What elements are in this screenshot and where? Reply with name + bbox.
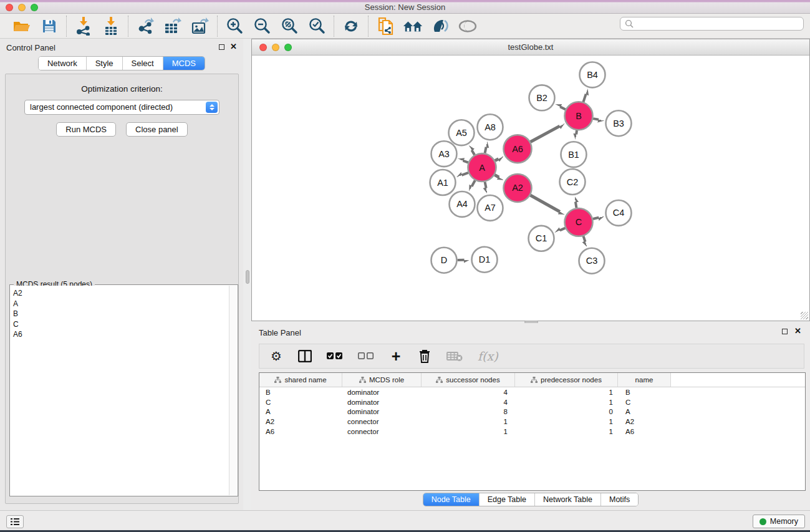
edge-B-B4[interactable]: [583, 94, 586, 102]
edge-A-A6[interactable]: [495, 159, 499, 161]
table-cell[interactable]: A: [618, 408, 671, 415]
edge-A-A4[interactable]: [471, 180, 475, 186]
network-canvas[interactable]: B4B2BB3A8A5A6A3B1AA1C2A2A4A7C4CC1DD1C3: [252, 56, 809, 321]
table-cell[interactable]: connector: [342, 418, 422, 425]
edge-C-C3[interactable]: [584, 236, 586, 242]
tab-network[interactable]: Network: [39, 57, 87, 70]
edge-A-A2[interactable]: [494, 175, 499, 177]
run-mcds-button[interactable]: Run MCDS: [56, 122, 116, 137]
table-cell[interactable]: B: [259, 389, 342, 396]
result-item[interactable]: A6: [13, 329, 228, 340]
edge-C-C1[interactable]: [560, 228, 566, 231]
node-B3[interactable]: B3: [606, 110, 632, 136]
export-table-button[interactable]: [163, 16, 183, 36]
panel-divider-grip[interactable]: [246, 270, 249, 284]
tab-select[interactable]: Select: [123, 57, 163, 70]
optimization-criterion-dropdown[interactable]: largest connected component (directed): [24, 100, 219, 115]
edge-A2-C[interactable]: [530, 195, 559, 212]
node-B4[interactable]: B4: [580, 62, 605, 87]
edge-A-A7[interactable]: [485, 182, 486, 188]
edge-A-A1[interactable]: [461, 173, 468, 175]
table-cell[interactable]: 8: [422, 408, 515, 415]
table-cell[interactable]: 4: [422, 389, 515, 396]
node-D[interactable]: D: [432, 248, 457, 273]
node-A2[interactable]: A2: [504, 174, 532, 202]
table-cell[interactable]: 1: [422, 418, 515, 425]
edge-B-B1[interactable]: [576, 130, 577, 134]
search-box[interactable]: [620, 17, 804, 31]
table-row[interactable]: A6connector11A6: [259, 427, 805, 437]
table-cell[interactable]: C: [618, 399, 671, 406]
node-A5[interactable]: A5: [449, 120, 475, 145]
edge-C-C2[interactable]: [576, 202, 576, 208]
node-A8[interactable]: A8: [478, 114, 503, 140]
delete-table-button[interactable]: [446, 349, 463, 364]
node-D1[interactable]: D1: [472, 247, 498, 273]
table-float-icon[interactable]: [782, 329, 788, 334]
column-header-predecessor-nodes[interactable]: predecessor nodes: [515, 373, 618, 387]
column-header-name[interactable]: name: [618, 373, 671, 387]
node-C[interactable]: C: [565, 208, 593, 236]
task-history-button[interactable]: [6, 515, 24, 528]
edge-B-B3[interactable]: [593, 118, 599, 120]
tab-motifs[interactable]: Motifs: [601, 493, 638, 506]
table-row[interactable]: A2connector11A2: [259, 417, 805, 427]
node-A6[interactable]: A6: [504, 135, 532, 163]
search-input[interactable]: [634, 18, 803, 29]
table-cell[interactable]: 1: [515, 389, 618, 396]
node-C1[interactable]: C1: [529, 226, 554, 251]
close-panel-icon[interactable]: ✕: [230, 42, 237, 51]
tab-style[interactable]: Style: [87, 57, 123, 70]
table-cell[interactable]: 1: [515, 418, 618, 425]
add-column-button[interactable]: +: [389, 349, 403, 364]
home-button[interactable]: [403, 16, 423, 36]
import-table-button[interactable]: [101, 16, 121, 36]
column-header-shared-name[interactable]: shared name: [259, 373, 342, 387]
edge-A-A8[interactable]: [485, 147, 486, 153]
tab-mcds[interactable]: MCDS: [163, 57, 205, 70]
table-cell[interactable]: C: [259, 399, 342, 406]
network-window-titlebar[interactable]: testGlobe.txt: [252, 39, 809, 56]
table-cell[interactable]: 0: [515, 408, 618, 415]
result-item[interactable]: B: [13, 309, 228, 319]
table-cell[interactable]: A6: [618, 428, 671, 435]
columns-button[interactable]: [298, 349, 312, 364]
table-row[interactable]: Adominator80A: [259, 407, 805, 417]
table-cell[interactable]: A: [259, 408, 342, 415]
table-cell[interactable]: 1: [422, 428, 515, 435]
zoom-in-button[interactable]: [224, 16, 244, 36]
window-resize-handle[interactable]: [801, 312, 808, 319]
node-B2[interactable]: B2: [529, 85, 555, 110]
open-file-button[interactable]: [12, 16, 32, 36]
close-panel-button[interactable]: Close panel: [126, 122, 188, 137]
table-cell[interactable]: 4: [422, 399, 515, 406]
node-table[interactable]: shared nameMCDS rolesuccessor nodesprede…: [259, 372, 806, 491]
unselect-all-button[interactable]: [358, 349, 374, 364]
result-scrollbar[interactable]: [229, 286, 237, 495]
float-panel-icon[interactable]: [219, 44, 224, 50]
node-A4[interactable]: A4: [450, 191, 475, 217]
table-row[interactable]: Cdominator41C: [259, 397, 805, 407]
result-item[interactable]: A: [13, 299, 228, 309]
result-item[interactable]: C: [13, 319, 228, 330]
network-graph[interactable]: B4B2BB3A8A5A6A3B1AA1C2A2A4A7C4CC1DD1C3: [252, 56, 809, 321]
edge-C-C4[interactable]: [593, 218, 599, 219]
table-cell[interactable]: A2: [259, 418, 342, 425]
node-C3[interactable]: C3: [579, 248, 605, 274]
table-cell[interactable]: A2: [618, 418, 671, 425]
annotation-button[interactable]: [430, 16, 450, 36]
edge-A-A3[interactable]: [463, 161, 468, 163]
tab-node-table[interactable]: Node Table: [423, 493, 480, 506]
node-C2[interactable]: C2: [560, 169, 586, 195]
memory-button[interactable]: Memory: [753, 515, 805, 528]
node-A[interactable]: A: [468, 153, 496, 181]
delete-column-button[interactable]: [418, 349, 432, 364]
tab-edge-table[interactable]: Edge Table: [480, 493, 535, 506]
node-C4[interactable]: C4: [606, 200, 632, 226]
column-header-successor-nodes[interactable]: successor nodes: [422, 373, 515, 387]
table-close-icon[interactable]: ✕: [794, 326, 801, 336]
table-row[interactable]: Bdominator41B: [259, 387, 805, 397]
edge-A-A5[interactable]: [472, 150, 475, 155]
table-cell[interactable]: dominator: [342, 408, 422, 415]
select-all-button[interactable]: [327, 349, 343, 364]
